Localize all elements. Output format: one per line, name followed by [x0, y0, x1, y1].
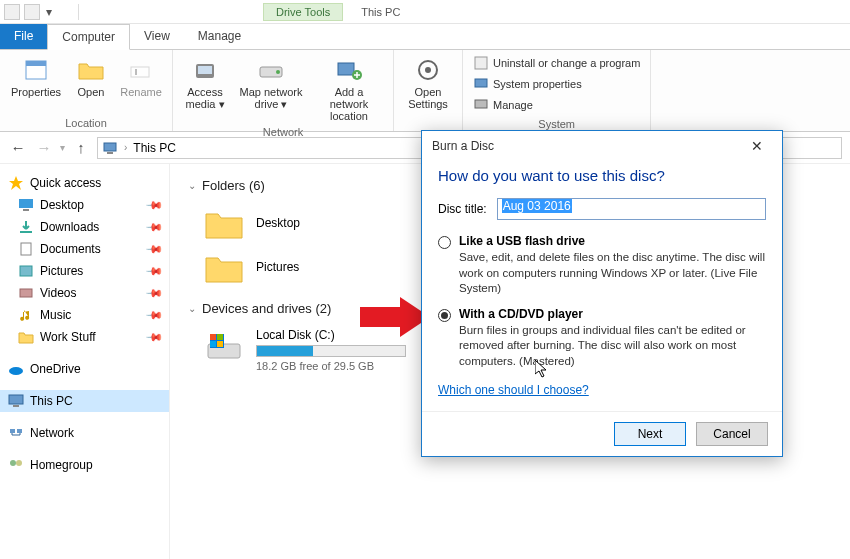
svg-rect-8 — [338, 63, 354, 75]
properties-button[interactable]: Properties — [8, 54, 64, 115]
up-button[interactable]: ↑ — [71, 138, 91, 158]
ribbon-group-label: System — [538, 118, 575, 130]
forward-button[interactable]: → — [34, 138, 54, 158]
explorer-icon — [4, 4, 20, 20]
svg-rect-36 — [217, 341, 223, 347]
section-title: Folders (6) — [202, 178, 265, 193]
help-link[interactable]: Which one should I choose? — [438, 383, 589, 397]
svg-rect-15 — [104, 143, 116, 151]
uninstall-button[interactable]: Uninstall or change a program — [471, 54, 642, 72]
sidebar-network[interactable]: Network — [0, 422, 169, 444]
tab-file[interactable]: File — [0, 24, 47, 49]
disc-title-label: Disc title: — [438, 202, 487, 216]
access-media-button[interactable]: Access media ▾ — [181, 54, 229, 124]
next-button[interactable]: Next — [614, 422, 686, 446]
close-button[interactable]: ✕ — [742, 134, 772, 158]
folder-label: Desktop — [256, 216, 300, 230]
qat-dropdown-icon[interactable]: ▾ — [44, 5, 54, 19]
radio-description: Save, edit, and delete files on the disc… — [459, 250, 766, 297]
system-properties-button[interactable]: System properties — [471, 75, 642, 93]
svg-rect-22 — [20, 266, 32, 276]
sidebar-homegroup[interactable]: Homegroup — [0, 454, 169, 476]
ribbon-tabs: File Computer View Manage — [0, 24, 850, 50]
svg-rect-25 — [9, 395, 23, 404]
radio-icon — [438, 309, 451, 322]
svg-marker-17 — [9, 176, 23, 190]
svg-rect-27 — [10, 429, 15, 433]
ribbon-group-location: Properties Open Rename Location — [0, 50, 173, 131]
sidebar-item-workstuff[interactable]: Work Stuff📌 — [0, 326, 169, 348]
pin-icon: 📌 — [144, 239, 163, 258]
sidebar-item-videos[interactable]: Videos📌 — [0, 282, 169, 304]
radio-label: Like a USB flash drive — [459, 234, 766, 248]
rename-button[interactable]: Rename — [118, 54, 164, 115]
folder-icon — [204, 205, 244, 241]
documents-icon — [18, 241, 34, 257]
breadcrumb[interactable]: This PC — [133, 141, 176, 155]
folder-icon — [204, 249, 244, 285]
tab-computer[interactable]: Computer — [47, 24, 130, 50]
ribbon-group-system: Uninstall or change a program System pro… — [463, 50, 651, 131]
divider — [78, 4, 79, 20]
svg-rect-16 — [107, 152, 113, 154]
add-network-icon — [333, 56, 365, 84]
cancel-button[interactable]: Cancel — [696, 422, 768, 446]
svg-rect-13 — [475, 79, 487, 87]
dialog-titlebar: Burn a Disc ✕ — [422, 131, 782, 161]
svg-rect-19 — [23, 209, 29, 211]
ribbon: Properties Open Rename Location Access m… — [0, 50, 850, 132]
system-props-icon — [473, 76, 489, 92]
chevron-down-icon: ⌄ — [188, 303, 196, 314]
folder-icon — [18, 329, 34, 345]
history-dropdown-icon[interactable]: ▾ — [60, 142, 65, 153]
svg-rect-5 — [198, 66, 212, 74]
radio-option-usb[interactable]: Like a USB flash drive Save, edit, and d… — [438, 234, 766, 297]
gear-icon — [412, 56, 444, 84]
add-network-location-button[interactable]: Add a network location — [313, 54, 385, 124]
pin-icon: 📌 — [144, 283, 163, 302]
radio-option-cddvd[interactable]: With a CD/DVD player Burn files in group… — [438, 307, 766, 370]
thispc-icon — [8, 393, 24, 409]
videos-icon — [18, 285, 34, 301]
sidebar-label: Videos — [40, 286, 76, 300]
sidebar-label: This PC — [30, 394, 73, 408]
homegroup-icon — [8, 457, 24, 473]
sidebar-item-downloads[interactable]: Downloads📌 — [0, 216, 169, 238]
sidebar-onedrive[interactable]: OneDrive — [0, 358, 169, 380]
sidebar-label: OneDrive — [30, 362, 81, 376]
onedrive-icon — [8, 361, 24, 377]
sidebar-label: Quick access — [30, 176, 101, 190]
disc-title-input[interactable]: Aug 03 2016 — [497, 198, 766, 220]
svg-rect-21 — [21, 243, 31, 255]
sidebar-item-documents[interactable]: Documents📌 — [0, 238, 169, 260]
sidebar-label: Downloads — [40, 220, 99, 234]
open-folder-icon — [75, 56, 107, 84]
open-settings-button[interactable]: Open Settings — [402, 54, 454, 115]
map-network-drive-button[interactable]: Map network drive ▾ — [235, 54, 307, 124]
sidebar-item-music[interactable]: Music📌 — [0, 304, 169, 326]
svg-rect-23 — [20, 289, 32, 297]
svg-rect-12 — [475, 57, 487, 69]
sidebar-label: Documents — [40, 242, 101, 256]
sidebar-item-pictures[interactable]: Pictures📌 — [0, 260, 169, 282]
back-button[interactable]: ← — [8, 138, 28, 158]
media-icon — [189, 56, 221, 84]
open-button[interactable]: Open — [70, 54, 112, 115]
tab-view[interactable]: View — [130, 24, 184, 49]
qat-newfolder-icon[interactable] — [58, 4, 70, 20]
tab-manage[interactable]: Manage — [184, 24, 255, 49]
sidebar-label: Desktop — [40, 198, 84, 212]
sidebar-item-desktop[interactable]: Desktop📌 — [0, 194, 169, 216]
contextual-tab-drive-tools[interactable]: Drive Tools — [263, 3, 343, 21]
svg-rect-28 — [17, 429, 22, 433]
qat-properties-icon[interactable] — [24, 4, 40, 20]
sidebar-label: Network — [30, 426, 74, 440]
manage-button[interactable]: Manage — [471, 96, 642, 114]
svg-point-24 — [9, 367, 23, 375]
svg-rect-18 — [19, 199, 33, 208]
sidebar-thispc[interactable]: This PC — [0, 390, 169, 412]
sidebar-quick-access[interactable]: Quick access — [0, 172, 169, 194]
radio-description: Burn files in groups and individual file… — [459, 323, 766, 370]
folder-label: Pictures — [256, 260, 299, 274]
dialog-title-text: Burn a Disc — [432, 139, 494, 153]
